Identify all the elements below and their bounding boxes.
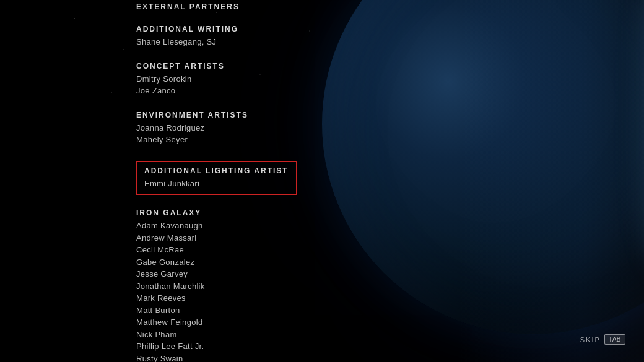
section-names-environment-artists: Joanna Rodriguez Mahely Seyer (136, 122, 310, 146)
section-title-external-partners: EXTERNAL PARTNERS (136, 2, 310, 11)
atmosphere-glow (334, 0, 644, 362)
section-names-additional-writing: Shane Liesegang, SJ (136, 36, 310, 48)
section-concept-artists: CONCEPT ARTISTS Dmitry Sorokin Joe Zanco (136, 62, 310, 97)
section-title-concept-artists: CONCEPT ARTISTS (136, 62, 310, 71)
section-names-lighting: Emmi Junkkari (144, 178, 289, 190)
skip-button[interactable]: SKIP TAB (580, 334, 625, 345)
section-additional-lighting-artist: ADDITIONAL LIGHTING ARTIST Emmi Junkkari (136, 160, 310, 196)
section-title-additional-writing: ADDITIONAL WRITING (136, 25, 310, 33)
skip-key: TAB (604, 334, 625, 345)
section-iron-galaxy: IRON GALAXY Adam Kavanaugh Andrew Massar… (136, 209, 310, 362)
highlighted-box: ADDITIONAL LIGHTING ARTIST Emmi Junkkari (136, 161, 297, 196)
section-names-concept-artists: Dmitry Sorokin Joe Zanco (136, 73, 310, 97)
credits-panel: EXTERNAL PARTNERS ADDITIONAL WRITING Sha… (0, 0, 310, 362)
skip-label: SKIP (580, 336, 601, 343)
section-external-partners: EXTERNAL PARTNERS (136, 2, 310, 14)
section-title-iron-galaxy: IRON GALAXY (136, 209, 310, 217)
section-environment-artists: ENVIRONMENT ARTISTS Joanna Rodriguez Mah… (136, 111, 310, 146)
section-title-environment-artists: ENVIRONMENT ARTISTS (136, 111, 310, 119)
section-title-lighting: ADDITIONAL LIGHTING ARTIST (144, 166, 289, 175)
section-additional-writing: ADDITIONAL WRITING Shane Liesegang, SJ (136, 25, 310, 48)
section-names-iron-galaxy: Adam Kavanaugh Andrew Massari Cecil McRa… (136, 220, 310, 362)
